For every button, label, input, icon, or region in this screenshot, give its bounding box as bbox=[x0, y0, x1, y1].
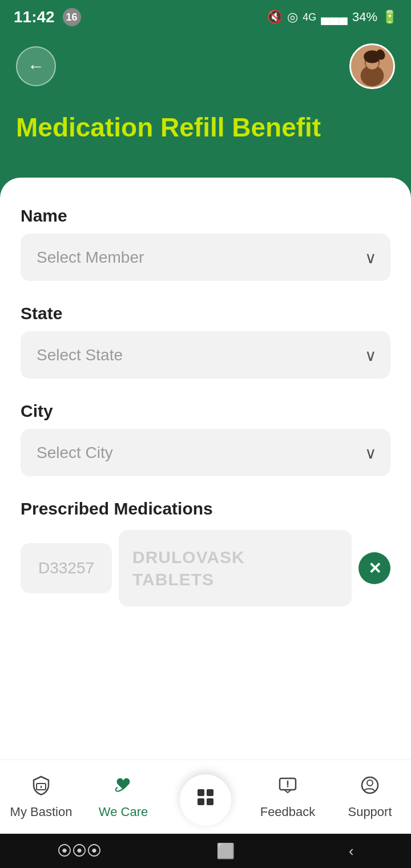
android-home-button[interactable]: ⬜ bbox=[216, 842, 235, 860]
nav-label-support: Support bbox=[348, 805, 392, 819]
status-bar: 11:42 16 🔇 ◎ 4G ▄▄▄ 34% 🔋 bbox=[0, 0, 411, 34]
header: ← Medication Refill Benefit bbox=[0, 34, 411, 178]
avatar-image bbox=[351, 43, 393, 89]
main-content: Name Select Member ∨ State Select State … bbox=[0, 178, 411, 829]
nav-item-feedback[interactable]: Feedback bbox=[247, 775, 329, 819]
grid-icon bbox=[194, 786, 217, 814]
battery-text: 34% bbox=[352, 10, 377, 25]
header-top: ← bbox=[16, 43, 395, 89]
nav-label-we-care: We Care bbox=[99, 805, 148, 819]
name-label: Name bbox=[21, 206, 390, 226]
city-field-group: City Select City ∨ bbox=[21, 401, 390, 476]
state-label: State bbox=[21, 304, 390, 323]
mute-icon: 🔇 bbox=[267, 10, 283, 25]
page-title: Medication Refill Benefit bbox=[16, 112, 395, 143]
signal-icon: ▄▄▄ bbox=[321, 10, 348, 25]
state-select-wrapper: Select State ∨ bbox=[21, 331, 390, 379]
heart-hand-icon bbox=[113, 775, 134, 800]
nav-item-we-care[interactable]: We Care bbox=[82, 775, 164, 819]
name-field-group: Name Select Member ∨ bbox=[21, 206, 390, 281]
avatar[interactable] bbox=[349, 43, 395, 89]
nav-item-support[interactable]: Support bbox=[329, 775, 411, 819]
city-select[interactable]: Select City bbox=[21, 429, 390, 476]
name-select[interactable]: Select Member bbox=[21, 234, 390, 281]
nav-item-my-bastion[interactable]: My Bastion bbox=[0, 775, 82, 819]
bottom-nav: My Bastion We Care bbox=[0, 760, 411, 834]
android-nav-bar: ⦿⦿⦿ ⬜ ‹ bbox=[0, 834, 411, 868]
network-icon: 4G bbox=[303, 11, 316, 23]
back-icon: ← bbox=[27, 57, 45, 76]
state-field-group: State Select State ∨ bbox=[21, 304, 390, 379]
svg-point-14 bbox=[287, 785, 289, 787]
notification-badge: 16 bbox=[63, 8, 81, 26]
svg-rect-9 bbox=[207, 789, 213, 796]
home-bubble bbox=[180, 774, 231, 826]
nav-label-feedback: Feedback bbox=[260, 805, 316, 819]
battery-icon: 🔋 bbox=[382, 10, 397, 25]
medications-section: Prescribed Medications D33257 DRULOVASKT… bbox=[21, 499, 390, 606]
android-back-button[interactable]: ‹ bbox=[349, 842, 354, 860]
svg-rect-10 bbox=[198, 798, 204, 805]
nav-label-my-bastion: My Bastion bbox=[10, 805, 72, 819]
medication-remove-button[interactable]: ✕ bbox=[358, 552, 390, 584]
medication-code: D33257 bbox=[21, 543, 112, 593]
svg-rect-11 bbox=[207, 798, 213, 805]
status-icons: 🔇 ◎ 4G ▄▄▄ 34% 🔋 bbox=[267, 10, 397, 25]
medication-row: D33257 DRULOVASKTABLETS ✕ bbox=[21, 530, 390, 606]
wifi-icon: ◎ bbox=[287, 10, 298, 25]
medication-name: DRULOVASKTABLETS bbox=[119, 530, 352, 606]
svg-rect-8 bbox=[198, 789, 204, 796]
person-circle-icon bbox=[360, 775, 380, 800]
name-select-wrapper: Select Member ∨ bbox=[21, 234, 390, 281]
message-alert-icon bbox=[277, 775, 298, 800]
state-select[interactable]: Select State bbox=[21, 331, 390, 379]
back-button[interactable]: ← bbox=[16, 46, 56, 86]
status-time: 11:42 bbox=[14, 8, 55, 26]
android-recent-button[interactable]: ⦿⦿⦿ bbox=[57, 842, 102, 860]
city-select-wrapper: Select City ∨ bbox=[21, 429, 390, 476]
city-label: City bbox=[21, 401, 390, 421]
shield-icon bbox=[31, 775, 51, 800]
svg-point-16 bbox=[367, 780, 373, 786]
medications-label: Prescribed Medications bbox=[21, 499, 390, 519]
